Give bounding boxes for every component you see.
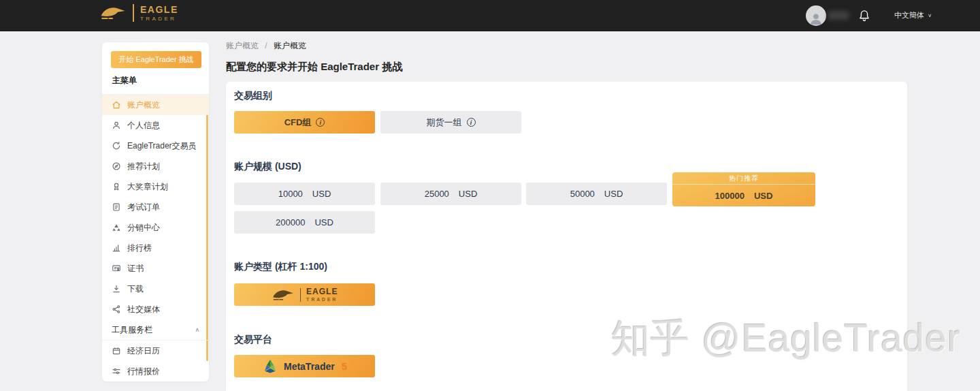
pyramid-icon [112,223,121,232]
user-avatar[interactable] [806,5,826,26]
certificate-icon [112,264,121,273]
amount: 100000 [715,191,745,201]
tools-heading-label: 工具服务栏 [112,324,152,336]
sidebar-item-label: 推荐计划 [127,161,160,172]
sidebar-section-tools[interactable]: 工具服务栏 ∧ [102,319,209,340]
sidebar-item-label: 经济日历 [127,345,160,357]
sync-icon [112,141,121,151]
sidebar-menu: 账户概览 个人信息 EagleTrader交易员 推荐计划 大奖章计划 考试订单 [102,95,209,381]
quotes-icon [112,366,121,376]
language-selector[interactable]: 中文簡体 ∨ [894,10,932,20]
sidebar-item-label: 下载 [127,283,144,295]
section-title-platform: 交易平台 [234,334,272,346]
size-option-100000-selected[interactable]: 热门推荐 100000 USD [672,172,815,206]
eagle-icon [272,288,295,302]
size-option-50000[interactable]: 50000 USD [526,183,667,205]
breadcrumb: 账户概览 / 账户概览 [226,40,306,52]
option-label: 期货一组 [427,116,462,129]
currency: USD [312,189,331,199]
notification-bell-icon[interactable] [858,9,871,22]
sidebar-item-market-quotes[interactable]: 行情报价 [102,361,209,381]
brand-line1: EAGLE [306,287,338,296]
sidebar-item-account-overview[interactable]: 账户概览 [102,95,209,115]
section-title-account-size: 账户规模 (USD) [234,161,301,173]
sidebar-item-eagletrader-trader[interactable]: EagleTrader交易员 [102,136,209,156]
sidebar-item-label: 账户概览 [127,99,160,111]
start-challenge-button[interactable]: 开始 EagleTrader 挑战 [111,51,201,68]
top-header: EAGLE TRADER 中文簡体 ∨ [0,0,980,31]
sidebar-item-label: 大奖章计划 [127,181,168,193]
breadcrumb-current: 账户概览 [274,41,306,50]
person-icon [808,11,823,26]
sidebar-item-economic-calendar[interactable]: 经济日历 [102,341,209,361]
brand-line2: TRADER [140,16,178,22]
size-option-200000[interactable]: 200000 USD [234,211,375,234]
sidebar: 开始 EagleTrader 挑战 主菜单 账户概览 个人信息 EagleTra… [102,42,209,381]
currency: USD [604,189,623,199]
sidebar-item-social-media[interactable]: 社交媒体 [102,299,209,319]
chevron-down-icon: ∨ [928,13,932,18]
amount: 50000 [570,189,595,199]
sidebar-item-referral-plan[interactable]: 推荐计划 [102,156,209,176]
currency: USD [314,217,333,228]
info-icon[interactable]: i [316,118,325,127]
option-cfd-group[interactable]: CFD组 i [234,111,375,134]
platform-label: MetaTrader [284,361,335,372]
brand-line1: EAGLE [140,5,178,14]
brand-line2: TRADER [306,297,338,302]
sidebar-item-leaderboard[interactable]: 排行榜 [102,238,209,258]
amount: 200000 [276,217,305,228]
calendar-icon [112,346,121,356]
option-label: CFD组 [284,116,312,129]
sidebar-item-label: 分销中心 [127,222,160,234]
metatrader5-icon [262,358,278,375]
app-root: EAGLE TRADER 中文簡体 ∨ 开始 EagleTrader 挑战 主菜… [0,0,980,391]
platform-version: 5 [342,360,347,372]
sidebar-item-label: 行情报价 [127,366,160,377]
currency: USD [459,189,477,199]
sidebar-item-label: 排行榜 [127,243,152,254]
eagletrader-logo: EAGLE TRADER [99,4,178,22]
main-menu-heading: 主菜单 [112,75,137,87]
logo-divider [133,4,134,22]
breadcrumb-parent[interactable]: 账户概览 [226,41,259,50]
sidebar-item-label: 社交媒体 [127,304,160,315]
language-label: 中文簡体 [894,10,924,20]
sidebar-item-download[interactable]: 下载 [102,279,209,299]
size-option-10000[interactable]: 10000 USD [234,183,375,205]
user-icon [112,121,121,130]
sidebar-item-distribution-center[interactable]: 分销中心 [102,217,209,238]
account-type-eagletrader-button[interactable]: EAGLE TRADER [234,283,375,306]
sidebar-item-exam-orders[interactable]: 考试订单 [102,197,209,217]
option-futures-group[interactable]: 期货一组 i [380,111,521,134]
sidebar-item-label: 个人信息 [127,120,160,131]
platform-metatrader5-button[interactable]: MetaTrader 5 [234,355,375,377]
sidebar-item-label: 证书 [127,263,144,275]
home-icon [112,100,121,110]
popular-badge: 热门推荐 [672,172,815,185]
document-icon [112,202,121,212]
challenge-config-card: 交易组别 CFD组 i 期货一组 i 账户规模 (USD) 10000 USD … [226,82,907,391]
medal-icon [112,182,121,191]
info-icon[interactable]: i [467,118,476,127]
sidebar-item-certificate[interactable]: 证书 [102,258,209,279]
breadcrumb-separator: / [265,41,267,50]
sidebar-item-personal-info[interactable]: 个人信息 [102,115,209,136]
page-title: 配置您的要求并开始 EagleTrader 挑战 [226,61,402,74]
section-title-trading-group: 交易组别 [234,90,272,102]
sidebar-item-label: EagleTrader交易员 [127,140,197,152]
chevron-up-icon: ∧ [195,326,199,333]
share-icon [112,304,121,314]
sidebar-item-label: 考试订单 [127,202,160,213]
eagle-icon [99,4,127,22]
sidebar-item-medal-plan[interactable]: 大奖章计划 [102,176,209,197]
amount: 10000 [278,189,303,199]
download-icon [112,284,121,294]
size-option-25000[interactable]: 25000 USD [380,183,521,205]
logo-divider [300,288,301,302]
section-title-account-type: 账户类型 (杠杆 1:100) [234,261,327,273]
censored-username [828,11,849,20]
amount: 25000 [425,189,449,199]
bar-chart-icon [112,243,121,253]
compass-icon [112,161,121,171]
